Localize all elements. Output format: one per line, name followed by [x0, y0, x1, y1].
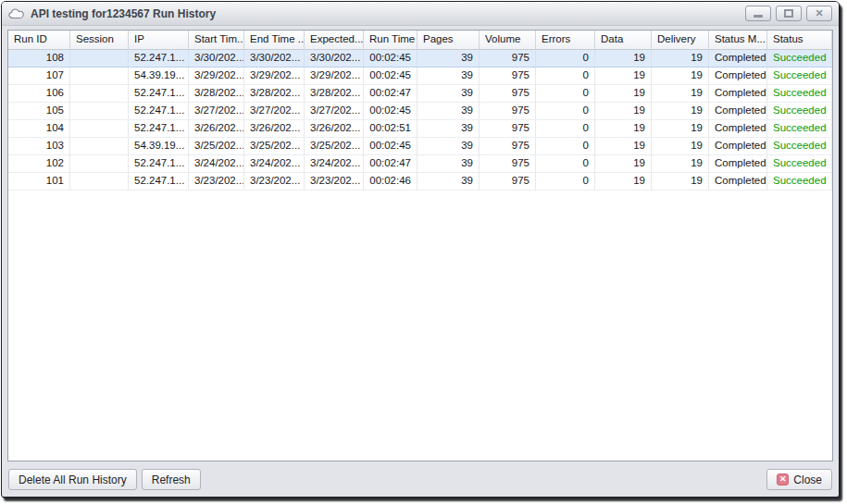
cell-delivery: 19 — [652, 68, 709, 84]
column-header-run_time[interactable]: Run Time — [364, 31, 417, 50]
cell-delivery: 19 — [652, 138, 709, 154]
cell-status_message: Completed — [709, 50, 767, 67]
column-header-end_time[interactable]: End Time ... — [244, 31, 305, 50]
cell-delivery: 19 — [652, 120, 709, 137]
column-header-status_message[interactable]: Status M... — [709, 31, 767, 50]
close-icon: ✕ — [815, 8, 823, 18]
cell-start_time: 3/28/202... — [189, 85, 244, 102]
column-header-run_id[interactable]: Run ID — [8, 31, 70, 50]
minimize-icon — [754, 15, 763, 18]
cell-session — [70, 68, 129, 84]
cell-run_time: 00:02:45 — [364, 103, 417, 119]
cell-pages: 39 — [417, 138, 480, 154]
table-row[interactable]: 10652.247.1...3/28/202...3/28/202...3/28… — [8, 85, 832, 103]
table-row[interactable]: 10152.247.1...3/23/202...3/23/202...3/23… — [8, 173, 832, 191]
cell-delivery: 19 — [652, 85, 709, 102]
cell-status_message: Completed — [709, 85, 767, 102]
cell-errors: 0 — [536, 155, 595, 172]
column-header-data[interactable]: Data — [595, 31, 652, 50]
close-red-x-icon: ✕ — [777, 473, 789, 486]
cell-delivery: 19 — [652, 50, 709, 67]
cell-ip: 52.247.1... — [129, 155, 189, 172]
column-header-status[interactable]: Status — [767, 31, 832, 50]
cell-ip: 52.247.1... — [129, 85, 189, 102]
cell-session — [70, 138, 129, 154]
cell-pages: 39 — [417, 173, 480, 190]
table-row[interactable]: 10552.247.1...3/27/202...3/27/202...3/27… — [8, 103, 832, 120]
cell-end_time: 3/26/202... — [244, 120, 305, 137]
table-row[interactable]: 10452.247.1...3/26/202...3/26/202...3/26… — [8, 120, 832, 138]
cell-errors: 0 — [536, 68, 595, 84]
cell-run_id: 103 — [8, 138, 70, 154]
cell-pages: 39 — [417, 50, 480, 67]
cell-end_time: 3/30/202... — [244, 50, 305, 67]
table-row[interactable]: 10354.39.19...3/25/202...3/25/202...3/25… — [8, 138, 832, 155]
cell-status: Succeeded — [767, 68, 832, 84]
cell-expected: 3/25/202... — [305, 138, 364, 154]
cell-start_time: 3/29/202... — [189, 68, 244, 84]
refresh-button[interactable]: Refresh — [142, 469, 201, 490]
grid-body: 10852.247.1...3/30/202...3/30/202...3/30… — [8, 50, 832, 191]
cell-expected: 3/23/202... — [305, 173, 364, 190]
table-row[interactable]: 10252.247.1...3/24/202...3/24/202...3/24… — [8, 155, 832, 173]
column-header-volume[interactable]: Volume — [480, 31, 536, 50]
cell-volume: 975 — [480, 155, 536, 172]
delete-all-run-history-button[interactable]: Delete All Run History — [8, 469, 137, 490]
cell-volume: 975 — [480, 85, 536, 102]
cell-run_time: 00:02:47 — [364, 155, 417, 172]
cell-expected: 3/26/202... — [305, 120, 364, 137]
cell-run_id: 108 — [8, 50, 70, 67]
cell-status_message: Completed — [709, 173, 767, 190]
table-row[interactable]: 10852.247.1...3/30/202...3/30/202...3/30… — [8, 50, 832, 68]
cloud-icon — [8, 7, 25, 19]
close-button[interactable]: ✕ Close — [766, 469, 832, 490]
cell-volume: 975 — [480, 173, 536, 190]
minimize-button[interactable] — [745, 6, 771, 21]
column-header-delivery[interactable]: Delivery — [652, 31, 709, 50]
cell-data: 19 — [595, 173, 652, 190]
cell-expected: 3/30/202... — [305, 50, 364, 67]
cell-data: 19 — [595, 50, 652, 67]
cell-errors: 0 — [536, 103, 595, 119]
cell-start_time: 3/25/202... — [189, 138, 244, 154]
cell-errors: 0 — [536, 138, 595, 154]
close-label: Close — [793, 473, 822, 486]
cell-data: 19 — [595, 68, 652, 84]
column-header-errors[interactable]: Errors — [536, 31, 595, 50]
footer-toolbar: Delete All Run History Refresh ✕ Close — [2, 461, 839, 497]
cell-expected: 3/28/202... — [305, 85, 364, 102]
column-header-session[interactable]: Session — [70, 31, 129, 50]
maximize-button[interactable] — [776, 6, 802, 21]
cell-end_time: 3/23/202... — [244, 173, 305, 190]
cell-run_time: 00:02:51 — [364, 120, 417, 137]
cell-data: 19 — [595, 120, 652, 137]
cell-status: Succeeded — [767, 138, 832, 154]
title-bar[interactable]: API testing for1234567 Run History ✕ — [2, 2, 839, 26]
column-header-start_time[interactable]: Start Tim... — [189, 31, 244, 50]
column-header-pages[interactable]: Pages — [417, 31, 480, 50]
cell-run_time: 00:02:45 — [364, 138, 417, 154]
column-header-ip[interactable]: IP — [129, 31, 189, 50]
table-row[interactable]: 10754.39.19...3/29/202...3/29/202...3/29… — [8, 68, 832, 85]
cell-status: Succeeded — [767, 120, 832, 137]
cell-pages: 39 — [417, 68, 480, 84]
cell-end_time: 3/24/202... — [244, 155, 305, 172]
cell-start_time: 3/30/202... — [189, 50, 244, 67]
cell-ip: 52.247.1... — [129, 103, 189, 119]
cell-status: Succeeded — [767, 155, 832, 172]
cell-run_id: 102 — [8, 155, 70, 172]
cell-status: Succeeded — [767, 50, 832, 67]
cell-delivery: 19 — [652, 173, 709, 190]
cell-data: 19 — [595, 103, 652, 119]
column-header-expected[interactable]: Expected... — [305, 31, 364, 50]
cell-session — [70, 50, 129, 67]
cell-data: 19 — [595, 155, 652, 172]
cell-start_time: 3/27/202... — [189, 103, 244, 119]
cell-data: 19 — [595, 85, 652, 102]
cell-ip: 52.247.1... — [129, 120, 189, 137]
cell-volume: 975 — [480, 68, 536, 84]
cell-pages: 39 — [417, 155, 480, 172]
cell-pages: 39 — [417, 120, 480, 137]
cell-run_time: 00:02:45 — [364, 50, 417, 67]
close-window-button[interactable]: ✕ — [806, 6, 832, 21]
